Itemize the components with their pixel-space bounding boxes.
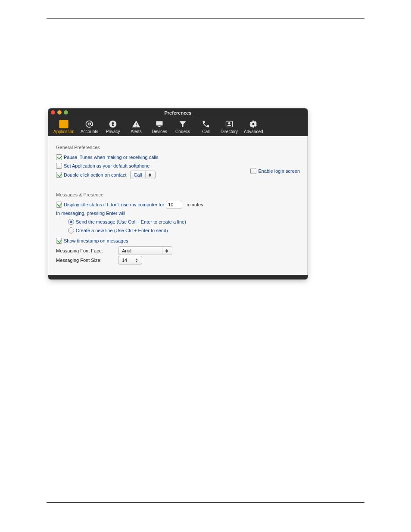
idle-row: Display idle status if I don't use my co… (56, 201, 300, 208)
svg-rect-2 (62, 121, 63, 122)
enter-option-send-label: Send the message (Use Ctrl + Enter to cr… (76, 218, 186, 226)
idle-suffix: minutes (187, 201, 203, 208)
minimize-window-button[interactable] (57, 110, 62, 115)
default-softphone-checkbox[interactable] (56, 163, 62, 169)
font-size-value: 14 (122, 256, 127, 264)
svg-rect-1 (61, 121, 62, 122)
svg-rect-12 (66, 125, 67, 126)
tab-label: Devices (152, 129, 167, 134)
monitor-icon (154, 120, 165, 128)
enter-option-newline: Create a new line (Use Ctrl + Enter to s… (68, 227, 300, 234)
tab-label: Advanced (244, 129, 263, 134)
enter-option-send: Send the message (Use Ctrl + Enter to cr… (68, 218, 300, 226)
tab-label: Codecs (175, 129, 190, 134)
tab-codecs[interactable]: Codecs (171, 119, 194, 135)
pause-itunes-label: Pause iTunes when making or receiving ca… (64, 153, 159, 161)
idle-prefix: Display idle status if I don't use my co… (64, 201, 164, 208)
svg-rect-3 (64, 121, 65, 122)
close-window-button[interactable] (51, 110, 55, 115)
enter-option-send-radio[interactable] (68, 219, 74, 225)
svg-rect-10 (62, 125, 63, 126)
tab-alerts[interactable]: Alerts (125, 119, 147, 135)
gears-icon (248, 120, 259, 128)
enable-login-checkbox[interactable] (250, 168, 256, 174)
tab-devices[interactable]: Devices (148, 119, 171, 135)
idle-checkbox[interactable] (56, 202, 62, 208)
preferences-window: Preferences Application (48, 109, 308, 279)
double-click-checkbox[interactable] (56, 172, 62, 178)
chevron-updown-icon (145, 171, 153, 179)
tab-call[interactable]: Call (195, 119, 217, 135)
font-face-label: Messaging Font Face: (56, 247, 116, 255)
tab-label: Accounts (81, 129, 98, 134)
keyhole-icon (107, 120, 118, 128)
svg-rect-5 (61, 123, 62, 124)
tab-advanced[interactable]: Advanced (241, 119, 265, 135)
default-softphone-label: Set Application as your default softphon… (64, 162, 149, 170)
zoom-window-button[interactable] (64, 110, 68, 115)
double-click-select[interactable]: Call (130, 171, 156, 179)
enter-intro: In messaging, pressing Enter will (56, 209, 300, 217)
show-timestamp-label: Show timestamp on messages (64, 237, 128, 245)
font-size-label: Messaging Font Size: (56, 256, 116, 264)
enter-intro-label: In messaging, pressing Enter will (56, 209, 125, 217)
svg-rect-4 (66, 121, 67, 122)
tab-directory[interactable]: Directory (218, 119, 240, 135)
preferences-toolbar: Application Accounts Privacy (48, 117, 308, 136)
page-top-rule (47, 18, 364, 19)
enable-login-row: Enable login screen (250, 168, 300, 174)
idle-minutes-input[interactable]: 10 (166, 201, 182, 208)
chevron-updown-icon (132, 256, 139, 264)
svg-rect-11 (64, 125, 65, 126)
at-sign-icon (84, 120, 95, 128)
tab-label: Directory (221, 129, 238, 134)
application-panel: Enable login screen General Preferences … (48, 136, 308, 275)
font-size-select[interactable]: 14 (118, 256, 142, 264)
font-face-value: Arial (122, 247, 131, 255)
double-click-select-value: Call (134, 171, 142, 179)
enter-option-newline-radio[interactable] (68, 227, 74, 233)
font-face-row: Messaging Font Face: Arial (56, 246, 300, 255)
messages-heading: Messages & Presence (56, 192, 300, 197)
application-icon (58, 120, 69, 128)
double-click-label: Double click action on contact (64, 171, 127, 179)
window-controls (51, 110, 68, 115)
tab-label: Privacy (106, 129, 120, 134)
pause-itunes-row: Pause iTunes when making or receiving ca… (56, 153, 300, 161)
tab-application[interactable]: Application (51, 119, 77, 135)
tab-label: Application (53, 129, 75, 134)
show-timestamp-checkbox[interactable] (56, 238, 62, 244)
enter-option-newline-label: Create a new line (Use Ctrl + Enter to s… (76, 227, 168, 234)
person-card-icon (224, 120, 235, 128)
tab-label: Call (202, 129, 209, 134)
font-face-select[interactable]: Arial (118, 246, 172, 255)
general-heading: General Preferences (56, 145, 300, 150)
svg-rect-8 (66, 123, 67, 124)
font-size-row: Messaging Font Size: 14 (56, 256, 300, 264)
svg-rect-7 (64, 123, 65, 124)
show-timestamp-row: Show timestamp on messages (56, 237, 300, 245)
filter-icon (177, 120, 188, 128)
pause-itunes-checkbox[interactable] (56, 154, 62, 160)
tab-label: Alerts (131, 129, 142, 134)
svg-rect-6 (62, 123, 63, 124)
warning-icon (131, 120, 142, 128)
chevron-updown-icon (162, 247, 169, 255)
window-title: Preferences (48, 110, 308, 115)
tab-privacy[interactable]: Privacy (102, 119, 124, 135)
page-bottom-rule (47, 502, 364, 503)
svg-rect-9 (61, 125, 62, 126)
enable-login-label: Enable login screen (258, 168, 300, 174)
tab-accounts[interactable]: Accounts (78, 119, 101, 135)
window-footer (48, 275, 308, 279)
svg-point-15 (228, 122, 230, 124)
titlebar: Preferences (48, 109, 308, 117)
phone-icon (200, 120, 212, 128)
idle-minutes-value: 10 (168, 201, 173, 208)
